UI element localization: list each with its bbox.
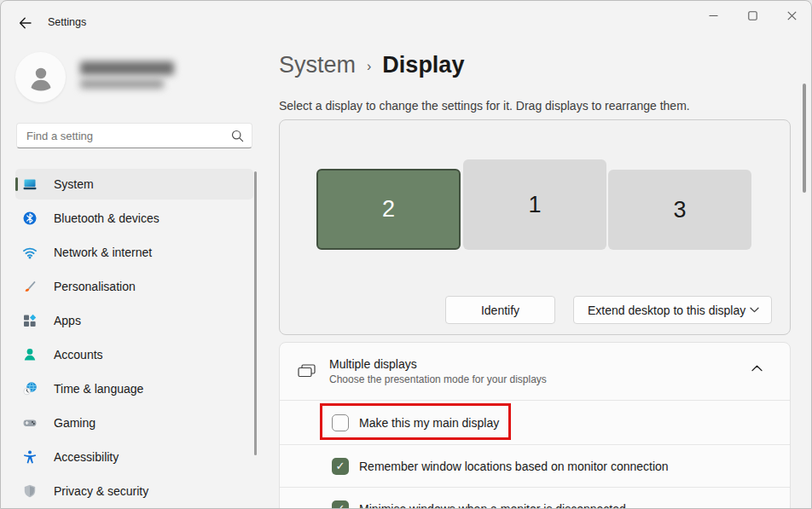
person-icon [26,63,55,92]
sidebar-item-gaming[interactable]: Gaming [15,408,253,438]
sidebar-item-accessibility[interactable]: Accessibility [15,442,253,472]
option-label: Make this my main display [359,416,499,430]
arrow-left-icon [19,17,32,29]
display-mode-dropdown[interactable]: Extend desktop to this display [573,296,772,324]
accessibility-icon [23,450,37,464]
sidebar-item-label: System [54,177,94,191]
option-row-remember-locations: ✓ Remember window locations based on mon… [280,444,790,487]
multiple-displays-titles: Multiple displays Choose the presentatio… [329,357,547,385]
monitor-3[interactable]: 3 [608,170,751,250]
sidebar-item-label: Accounts [54,348,103,362]
sidebar-item-personalisation[interactable]: Personalisation [15,271,253,302]
page-description: Select a display to change the settings … [279,99,690,113]
time-language-icon [23,382,37,396]
window-controls [693,1,811,30]
page-title: Display [382,52,464,78]
window-title: Settings [48,16,86,28]
breadcrumb-system[interactable]: System [279,52,356,78]
sidebar-item-label: Gaming [54,416,96,430]
multiple-displays-card: Multiple displays Choose the presentatio… [279,342,791,509]
option-label: Minimise windows when a monitor is disco… [359,502,626,509]
sidebar-item-accounts[interactable]: Accounts [15,339,253,370]
option-row-minimise-windows: ✓ Minimise windows when a monitor is dis… [280,487,790,509]
breadcrumb: System › Display [279,52,464,78]
sidebar-item-label: Apps [54,314,81,327]
sidebar-item-label: Time & language [54,382,143,396]
sidebar: System Bluetooth & devices Network & int… [1,42,265,508]
checkmark-icon: ✓ [336,460,345,471]
sidebar-item-label: Accessibility [54,450,119,464]
sidebar-item-label: Network & internet [54,246,152,259]
monitor-2[interactable]: 2 [316,169,461,250]
accounts-icon [23,348,37,362]
avatar[interactable] [15,52,66,102]
minimize-button[interactable] [693,1,733,30]
sidebar-item-label: Privacy & security [54,484,148,498]
sidebar-item-time-language[interactable]: Time & language [15,373,253,404]
display-mode-value: Extend desktop to this display [588,304,745,317]
sidebar-item-bluetooth-devices[interactable]: Bluetooth & devices [15,203,253,234]
chevron-up-icon[interactable] [751,365,763,372]
network-icon [23,246,37,259]
settings-window: Settings [0,0,812,509]
system-icon [23,177,37,191]
sidebar-scrollbar-thumb[interactable] [254,171,257,455]
identify-button-label: Identify [481,304,519,317]
sidebar-item-apps[interactable]: Apps [15,305,253,336]
gaming-icon [23,416,37,430]
main-panel: System › Display Select a display to cha… [265,42,811,508]
multiple-displays-header[interactable]: Multiple displays Choose the presentatio… [280,343,790,400]
search-box [16,123,252,148]
titlebar: Settings [1,1,811,42]
back-button[interactable] [13,12,37,34]
user-name-redacted [80,61,174,75]
option-label: Remember window locations based on monit… [359,460,669,473]
make-main-display-checkbox[interactable] [332,414,349,431]
multiple-displays-icon [298,364,316,379]
checkmark-icon: ✓ [336,503,345,509]
selection-pill [15,177,18,191]
multiple-displays-subtitle: Choose the presentation mode for your di… [329,373,547,385]
remember-window-locations-checkbox[interactable]: ✓ [332,458,349,475]
identify-button[interactable]: Identify [445,296,555,324]
minimise-windows-checkbox[interactable]: ✓ [332,500,349,509]
privacy-icon [23,484,37,498]
user-email-redacted [80,79,164,89]
multiple-displays-title: Multiple displays [329,357,547,371]
bluetooth-icon [23,211,37,225]
maximize-icon [748,11,757,20]
monitor-1[interactable]: 1 [463,159,606,250]
sidebar-item-label: Personalisation [54,280,136,293]
sidebar-item-label: Bluetooth & devices [54,211,160,225]
minimize-icon [709,11,718,20]
personalisation-icon [23,280,37,293]
breadcrumb-separator: › [367,59,371,74]
apps-icon [23,314,37,327]
search-icon [231,130,244,142]
chevron-down-icon [750,307,759,313]
display-arrangement-card: 2 1 3 Identify Extend desktop to this di… [279,119,791,335]
close-button[interactable] [772,1,811,30]
close-icon [787,11,797,20]
main-scrollbar-thumb[interactable] [803,84,806,193]
search-input[interactable] [17,124,252,147]
sidebar-item-network-internet[interactable]: Network & internet [15,237,253,268]
option-row-main-display: Make this my main display [280,400,790,444]
sidebar-item-system[interactable]: System [15,169,253,200]
maximize-button[interactable] [733,1,772,30]
sidebar-item-privacy-security[interactable]: Privacy & security [15,476,253,506]
